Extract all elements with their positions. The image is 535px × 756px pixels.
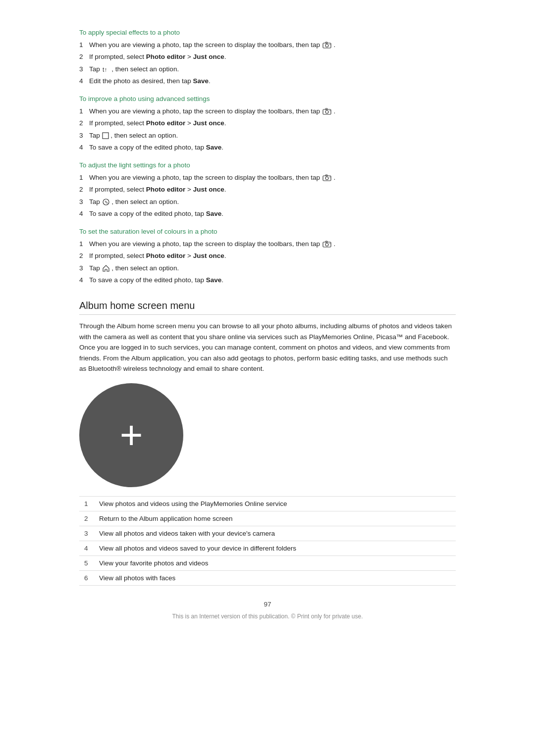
- step-4-apply: 4 Edit the photo as desired, then tap Sa…: [79, 76, 456, 86]
- album-image: +: [79, 383, 456, 487]
- section-improve-advanced: To improve a photo using advanced settin…: [79, 95, 456, 152]
- table-row: 2Return to the Album application home sc…: [79, 511, 456, 526]
- footer-note: This is an Internet version of this publ…: [79, 613, 456, 620]
- table-row-text: Return to the Album application home scr…: [94, 511, 456, 526]
- camera-icon-1: [322, 41, 334, 49]
- table-row-num: 4: [79, 541, 94, 555]
- step-1-light: 1 When you are viewing a photo, tap the …: [79, 173, 456, 183]
- camera-icon-3: [322, 174, 334, 181]
- camera-icon-2: [322, 107, 334, 115]
- step-1-apply: 1 When you are viewing a photo, tap the …: [79, 40, 456, 50]
- section-apply-effects: To apply special effects to a photo 1 Wh…: [79, 29, 456, 86]
- camera-icon-4: [322, 240, 334, 248]
- steps-improve: 1 When you are viewing a photo, tap the …: [79, 106, 456, 152]
- page-number: 97: [79, 601, 456, 608]
- table-row-num: 5: [79, 555, 94, 570]
- step-3-improve: 3 Tap , then select an option.: [79, 131, 456, 141]
- album-circle-icon: +: [79, 383, 183, 487]
- step-1-improve: 1 When you are viewing a photo, tap the …: [79, 106, 456, 116]
- pencil-icon: ✎: [102, 198, 112, 205]
- table-row-num: 2: [79, 511, 94, 526]
- svg-text:t↑: t↑: [103, 66, 107, 73]
- plus-icon: +: [120, 415, 143, 455]
- page-content: To apply special effects to a photo 1 Wh…: [79, 0, 456, 650]
- album-section: Album home screen menu Through the Album…: [79, 300, 456, 586]
- svg-point-19: [329, 243, 330, 244]
- svg-point-13: [329, 177, 330, 178]
- table-row: 4View all photos and videos saved to you…: [79, 541, 456, 555]
- svg-rect-12: [325, 175, 327, 176]
- album-table: 1View photos and videos using the PlayMe…: [79, 496, 456, 586]
- step-4-sat: 4 To save a copy of the edited photo, ta…: [79, 275, 456, 285]
- section-title-saturation: To set the saturation level of colours i…: [79, 228, 456, 235]
- svg-point-11: [325, 177, 328, 180]
- album-heading: Album home screen menu: [79, 300, 456, 315]
- fx-icon: t↑: [102, 65, 112, 73]
- steps-light: 1 When you are viewing a photo, tap the …: [79, 173, 456, 219]
- table-row: 1View photos and videos using the PlayMe…: [79, 496, 456, 511]
- table-row-num: 1: [79, 496, 94, 511]
- steps-saturation: 1 When you are viewing a photo, tap the …: [79, 239, 456, 285]
- album-description: Through the Album home screen menu you c…: [79, 321, 456, 374]
- table-row-text: View all photos with faces: [94, 570, 456, 585]
- table-row-text: View all photos and videos saved to your…: [94, 541, 456, 555]
- step-2-light: 2 If prompted, select Photo editor > Jus…: [79, 185, 456, 195]
- step-2-apply: 2 If prompted, select Photo editor > Jus…: [79, 52, 456, 62]
- section-title-light: To adjust the light settings for a photo: [79, 161, 456, 169]
- table-row-text: View photos and videos using the PlayMem…: [94, 496, 456, 511]
- square-icon: [102, 132, 111, 139]
- table-row: 3View all photos and videos taken with y…: [79, 526, 456, 541]
- step-4-improve: 4 To save a copy of the edited photo, ta…: [79, 143, 456, 152]
- step-4-light: 4 To save a copy of the edited photo, ta…: [79, 209, 456, 219]
- svg-point-6: [325, 110, 328, 113]
- table-row-num: 3: [79, 526, 94, 541]
- svg-rect-7: [325, 108, 327, 110]
- table-row-text: View your favorite photos and videos: [94, 555, 456, 570]
- table-row: 6View all photos with faces: [79, 570, 456, 585]
- svg-rect-18: [325, 241, 327, 243]
- table-row-num: 6: [79, 570, 94, 585]
- home-icon: [102, 264, 112, 272]
- section-saturation: To set the saturation level of colours i…: [79, 228, 456, 285]
- svg-point-8: [329, 110, 330, 111]
- svg-rect-2: [325, 42, 327, 44]
- steps-apply-effects: 1 When you are viewing a photo, tap the …: [79, 40, 456, 86]
- section-title-apply-effects: To apply special effects to a photo: [79, 29, 456, 36]
- step-3-apply: 3 Tap t↑ , then select an option.: [79, 64, 456, 74]
- step-2-sat: 2 If prompted, select Photo editor > Jus…: [79, 251, 456, 261]
- svg-point-1: [325, 44, 328, 47]
- step-3-sat: 3 Tap , then select an option.: [79, 263, 456, 273]
- svg-point-3: [329, 44, 330, 45]
- svg-rect-9: [103, 133, 108, 139]
- section-title-improve: To improve a photo using advanced settin…: [79, 95, 456, 102]
- step-1-sat: 1 When you are viewing a photo, tap the …: [79, 239, 456, 249]
- step-2-improve: 2 If prompted, select Photo editor > Jus…: [79, 118, 456, 128]
- table-row: 5View your favorite photos and videos: [79, 555, 456, 570]
- table-row-text: View all photos and videos taken with yo…: [94, 526, 456, 541]
- step-3-light: 3 Tap ✎ , then select an option.: [79, 197, 456, 207]
- svg-text:✎: ✎: [104, 200, 108, 205]
- section-adjust-light: To adjust the light settings for a photo…: [79, 161, 456, 219]
- svg-point-17: [325, 243, 328, 246]
